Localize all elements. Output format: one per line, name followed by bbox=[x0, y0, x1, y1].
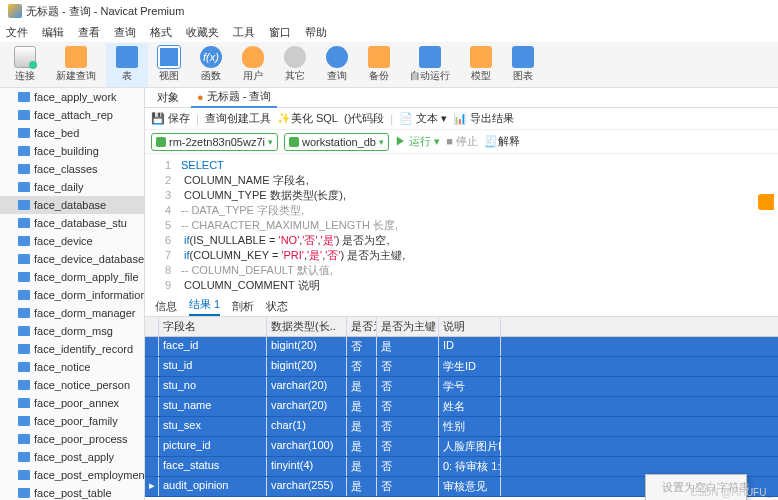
toolbar-连接[interactable]: 连接 bbox=[4, 43, 46, 87]
table-row[interactable]: stu_sexchar(1)是否性别 bbox=[145, 417, 778, 437]
table-item[interactable]: face_apply_work bbox=[0, 88, 144, 106]
table-icon bbox=[18, 110, 30, 120]
toolbar-模型[interactable]: 模型 bbox=[460, 43, 502, 87]
table-item[interactable]: face_dorm_information bbox=[0, 286, 144, 304]
table-icon bbox=[18, 488, 30, 498]
table-item[interactable]: face_post_employmen bbox=[0, 466, 144, 484]
toolbar-函数[interactable]: f(x)函数 bbox=[190, 43, 232, 87]
table-row[interactable]: picture_idvarchar(100)是否人脸库图片ID bbox=[145, 437, 778, 457]
ic-conn-icon bbox=[14, 46, 36, 68]
table-icon bbox=[18, 128, 30, 138]
ic-user-icon bbox=[242, 46, 264, 68]
title-bar: 无标题 - 查询 - Navicat Premium bbox=[0, 0, 778, 22]
grid-header: 字段名数据类型(长..是否为空是否为主键说明 bbox=[145, 317, 778, 337]
window-title: 无标题 - 查询 - Navicat Premium bbox=[26, 4, 184, 19]
table-icon bbox=[18, 380, 30, 390]
beautify-sql-button[interactable]: ✨美化 SQL bbox=[277, 111, 338, 126]
schema-dropdown[interactable]: workstation_db▾ bbox=[284, 133, 389, 151]
tab-result1[interactable]: 结果 1 bbox=[189, 297, 220, 316]
stop-button[interactable]: ■ 停止 bbox=[446, 134, 478, 149]
table-item[interactable]: face_daily bbox=[0, 178, 144, 196]
table-icon bbox=[18, 290, 30, 300]
table-item[interactable]: face_classes bbox=[0, 160, 144, 178]
table-item[interactable]: face_notice_person bbox=[0, 376, 144, 394]
tab-status[interactable]: 状态 bbox=[266, 299, 288, 316]
toolbar-其它[interactable]: 其它 bbox=[274, 43, 316, 87]
toolbar-查询[interactable]: 查询 bbox=[316, 43, 358, 87]
table-row[interactable]: stu_idbigint(20)否否学生ID bbox=[145, 357, 778, 377]
table-item[interactable]: face_dorm_apply_file bbox=[0, 268, 144, 286]
table-item[interactable]: face_database_stu bbox=[0, 214, 144, 232]
table-icon bbox=[18, 146, 30, 156]
table-icon bbox=[18, 164, 30, 174]
menu-item[interactable]: 窗口 bbox=[269, 25, 291, 40]
tab-query[interactable]: ●无标题 - 查询 bbox=[191, 88, 277, 108]
query-toolbar: 💾 保存 | 查询创建工具 ✨美化 SQL ()代码段 | 📄 文本 ▾ 📊 导… bbox=[145, 108, 778, 130]
table-item[interactable]: face_database bbox=[0, 196, 144, 214]
menu-item[interactable]: 格式 bbox=[150, 25, 172, 40]
sql-editor[interactable]: 1SELECT2 COLUMN_NAME 字段名,3 COLUMN_TYPE 数… bbox=[145, 154, 778, 297]
table-item[interactable]: face_building bbox=[0, 142, 144, 160]
table-item[interactable]: face_dorm_msg bbox=[0, 322, 144, 340]
table-icon bbox=[18, 272, 30, 282]
tab-profile[interactable]: 剖析 bbox=[232, 299, 254, 316]
toolbar-图表[interactable]: 图表 bbox=[502, 43, 544, 87]
export-button[interactable]: 📊 导出结果 bbox=[453, 111, 514, 126]
run-button[interactable]: ▶ 运行 ▾ bbox=[395, 134, 440, 149]
table-list-sidebar[interactable]: face_apply_workface_attach_repface_bedfa… bbox=[0, 88, 145, 500]
connection-dropdown[interactable]: rm-2zetn83n05wz7i▾ bbox=[151, 133, 278, 151]
table-icon bbox=[18, 182, 30, 192]
table-row[interactable]: stu_namevarchar(20)是否姓名 bbox=[145, 397, 778, 417]
table-item[interactable]: face_poor_process bbox=[0, 430, 144, 448]
query-builder-button[interactable]: 查询创建工具 bbox=[205, 111, 271, 126]
table-row[interactable]: face_idbigint(20)否是ID bbox=[145, 337, 778, 357]
table-item[interactable]: face_poor_family bbox=[0, 412, 144, 430]
table-row[interactable]: stu_novarchar(20)是否学号 bbox=[145, 377, 778, 397]
table-item[interactable]: face_notice bbox=[0, 358, 144, 376]
toolbar-新建查询[interactable]: 新建查询 bbox=[46, 43, 106, 87]
menu-bar: 文件编辑查看查询格式收藏夹工具窗口帮助 bbox=[0, 22, 778, 42]
menu-item[interactable]: 编辑 bbox=[42, 25, 64, 40]
menu-item[interactable]: 帮助 bbox=[305, 25, 327, 40]
table-item[interactable]: face_device bbox=[0, 232, 144, 250]
result-tabs: 信息 结果 1 剖析 状态 bbox=[145, 297, 778, 317]
table-item[interactable]: face_device_database bbox=[0, 250, 144, 268]
ic-auto-icon bbox=[419, 46, 441, 68]
toolbar-备份[interactable]: 备份 bbox=[358, 43, 400, 87]
table-icon bbox=[18, 344, 30, 354]
table-item[interactable]: face_attach_rep bbox=[0, 106, 144, 124]
menu-item[interactable]: 查看 bbox=[78, 25, 100, 40]
table-item[interactable]: face_bed bbox=[0, 124, 144, 142]
tab-objects[interactable]: 对象 bbox=[151, 88, 185, 107]
table-item[interactable]: face_post_table bbox=[0, 484, 144, 500]
code-segment-button[interactable]: ()代码段 bbox=[344, 111, 384, 126]
menu-item[interactable]: 收藏夹 bbox=[186, 25, 219, 40]
explain-button[interactable]: 🧾解释 bbox=[484, 134, 520, 149]
table-icon bbox=[18, 236, 30, 246]
table-icon bbox=[18, 452, 30, 462]
toolbar-用户[interactable]: 用户 bbox=[232, 43, 274, 87]
table-item[interactable]: face_identify_record bbox=[0, 340, 144, 358]
table-icon bbox=[18, 398, 30, 408]
save-button[interactable]: 💾 保存 bbox=[151, 111, 190, 126]
main-toolbar: 连接新建查询表视图f(x)函数用户其它查询备份自动运行模型图表 bbox=[0, 42, 778, 88]
toolbar-自动运行[interactable]: 自动运行 bbox=[400, 43, 460, 87]
connection-row: rm-2zetn83n05wz7i▾ workstation_db▾ ▶ 运行 … bbox=[145, 130, 778, 154]
table-icon bbox=[18, 470, 30, 480]
menu-item[interactable]: 查询 bbox=[114, 25, 136, 40]
tab-info[interactable]: 信息 bbox=[155, 299, 177, 316]
table-icon bbox=[18, 218, 30, 228]
menu-item[interactable]: 文件 bbox=[6, 25, 28, 40]
toolbar-表[interactable]: 表 bbox=[106, 43, 148, 87]
toolbar-视图[interactable]: 视图 bbox=[148, 43, 190, 87]
ic-query-icon bbox=[65, 46, 87, 68]
table-item[interactable]: face_poor_annex bbox=[0, 394, 144, 412]
table-item[interactable]: face_dorm_manager bbox=[0, 304, 144, 322]
text-button[interactable]: 📄 文本 ▾ bbox=[399, 111, 447, 126]
table-icon bbox=[18, 308, 30, 318]
menu-item[interactable]: 工具 bbox=[233, 25, 255, 40]
table-item[interactable]: face_post_apply bbox=[0, 448, 144, 466]
result-grid[interactable]: 字段名数据类型(长..是否为空是否为主键说明face_idbigint(20)否… bbox=[145, 317, 778, 497]
watermark: CSDN @HHUFU_ bbox=[690, 487, 772, 498]
table-icon bbox=[18, 200, 30, 210]
